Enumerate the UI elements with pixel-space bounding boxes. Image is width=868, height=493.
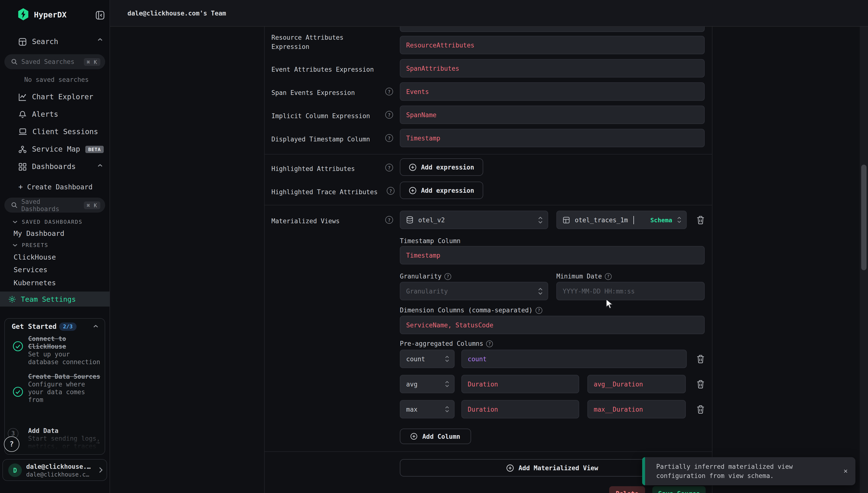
event-attributes-input[interactable]: SpanAttributes [400,59,705,78]
chevron-up-icon[interactable] [93,324,98,328]
database-icon [406,216,413,224]
delete-column-trash-icon[interactable] [697,380,705,389]
help-icon[interactable]: ? [385,134,393,142]
aggregation-expr-input[interactable]: count [461,350,687,368]
search-icon [11,59,17,65]
sub-label: Pre-aggregated Columns? [400,340,493,347]
help-icon[interactable]: ? [385,111,393,119]
chevron-up-down-icon [677,216,681,223]
field-label: Event Attributes Expression [271,65,374,74]
resource-attributes-input[interactable]: ResourceAttributes [400,36,705,54]
dimension-columns-input[interactable]: ServiceName, StatusCode [400,316,705,334]
help-icon[interactable]: ? [605,273,612,280]
sidebar-item-clickhouse[interactable]: ClickHouse [14,253,56,261]
section-presets[interactable]: PRESETS [13,242,48,249]
divider [264,451,712,452]
service-map-icon [18,145,27,153]
aggregation-fn-select[interactable]: avg [400,375,455,393]
sidebar-item-my-dashboard[interactable]: My Dashboard [14,230,64,237]
sidebar-item-dashboards[interactable]: Dashboards [18,161,76,172]
step-title: Connect to ClickHouse [28,335,103,351]
help-icon[interactable]: ? [387,187,394,195]
implicit-column-input[interactable]: SpanName [400,106,705,124]
saved-searches-input[interactable]: Saved Searches ⌘ K [4,54,105,69]
sidebar-item-chart-explorer[interactable]: Chart Explorer [18,91,93,102]
aggregation-alias-input[interactable]: max__Duration [587,400,686,419]
shortcut-badge: ⌘ K [84,201,100,209]
sidebar-item-team-settings[interactable]: Team Settings [0,292,109,306]
scrollbar-thumb[interactable] [861,165,867,270]
get-started-item[interactable]: Connect to ClickHouse Set up your databa… [28,335,103,366]
delete-button[interactable]: Delete [609,486,645,493]
add-column-button[interactable]: Add Column [400,429,471,444]
divider [264,205,712,205]
displayed-timestamp-input[interactable]: Timestamp [400,129,705,147]
bell-icon [18,110,27,119]
sidebar-item-label: Dashboards [32,162,76,171]
mouse-cursor [606,299,614,309]
plus-circle-icon [409,187,416,194]
add-expression-button[interactable]: Add expression [400,181,483,199]
sidebar-item-kubernetes[interactable]: Kubernetes [14,279,56,287]
help-icon[interactable]: ? [385,88,393,95]
app-title: HyperDX [34,10,67,19]
granularity-select[interactable]: Granularity [400,282,548,300]
database-select[interactable]: otel_v2 [400,211,548,229]
sidebar-item-label: Service Map [32,145,80,153]
avatar: D [8,464,22,477]
saved-dashboards-input[interactable]: Saved Dashboards ⌘ K [4,198,105,213]
chart-explorer-icon [18,93,27,101]
chevron-up-icon[interactable] [98,164,103,168]
sidebar-item-services[interactable]: Services [14,266,47,274]
add-expression-button[interactable]: Add expression [400,158,483,176]
chevron-up-down-icon [538,216,543,223]
help-icon[interactable]: ? [486,340,493,347]
aggregation-fn-select[interactable]: count [400,350,455,368]
sidebar-item-service-map[interactable]: Service Map [18,144,80,154]
help-icon[interactable]: ? [385,164,393,171]
delete-view-trash-icon[interactable] [697,215,705,225]
shortcut-badge: ⌘ K [84,58,100,66]
save-source-button[interactable]: Save Source [652,486,706,493]
create-dashboard-button[interactable]: + Create Dashboard [18,183,92,191]
sidebar-item-search[interactable]: Search [18,36,58,47]
get-started-item[interactable]: Create Data Sources Configure where your… [28,373,103,404]
check-circle-icon [13,386,23,397]
beta-badge: BETA [85,146,104,153]
get-started-item[interactable]: Add Data Start sending logs, metrics, or… [28,427,103,450]
mv-timestamp-input[interactable]: Timestamp [400,246,705,264]
chevron-up-icon[interactable] [98,38,103,42]
topbar: dale@clickhouse.com's Team [109,0,868,27]
help-icon[interactable]: ? [385,216,393,224]
sidebar-item-client-sessions[interactable]: Client Sessions [18,126,98,137]
help-icon[interactable]: ? [536,307,542,314]
chevron-up-down-icon [445,356,449,362]
schema-link[interactable]: Schema [650,216,672,223]
sub-label: Dimension Columns (comma-separated)? [400,306,542,314]
hyperdx-logo-icon [17,8,29,21]
aggregation-expr-input[interactable]: Duration [461,400,579,419]
aggregation-alias-input[interactable]: avg__Duration [587,375,686,393]
help-button[interactable]: ? [4,436,19,452]
help-icon[interactable]: ? [445,273,451,280]
sidebar-collapse-icon[interactable] [96,10,105,20]
aggregation-expr-input[interactable]: Duration [461,375,579,393]
user-card[interactable]: D dale@clickhouse.… dale@clickhouse.c… [2,459,107,481]
view-table-combobox[interactable]: otel_traces_1m Schema [556,211,687,229]
chevron-up-down-icon [445,381,449,387]
close-icon[interactable]: ✕ [844,467,848,475]
sidebar-item-alerts[interactable]: Alerts [18,109,58,120]
dashboards-icon [18,163,27,171]
sub-label: Minimum Date? [556,273,612,280]
step-title: Create Data Sources [28,373,103,381]
section-saved-dashboards[interactable]: SAVED DASHBOARDS [13,219,82,225]
field-label: Materialized Views [271,216,340,226]
delete-column-trash-icon[interactable] [697,355,705,364]
search-nav-icon [18,38,27,46]
delete-column-trash-icon[interactable] [697,405,705,414]
minimum-date-input[interactable]: YYYY-MM-DD HH:mm:ss [556,282,705,300]
span-events-input[interactable]: Events [400,82,705,101]
panel-left-border [264,26,265,493]
aggregation-fn-select[interactable]: max [400,400,455,419]
panel-right-border [712,26,712,493]
